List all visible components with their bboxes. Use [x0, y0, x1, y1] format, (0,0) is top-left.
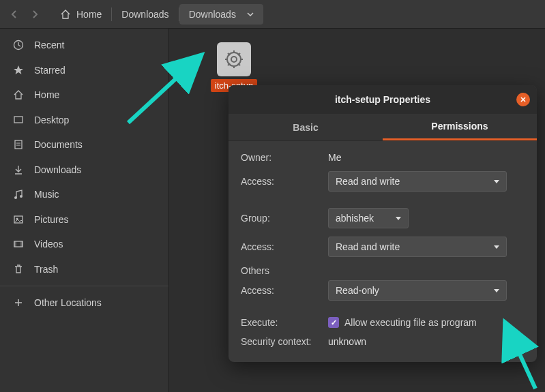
tab-permissions[interactable]: Permissions [383, 114, 537, 140]
security-context-label: Security context: [241, 336, 328, 347]
sidebar-item-pictures[interactable]: Pictures [0, 207, 168, 232]
sidebar-item-label: Desktop [34, 115, 69, 125]
sidebar-item-label: Documents [34, 139, 83, 150]
sidebar-item-trash[interactable]: Trash [0, 257, 168, 282]
tab-basic[interactable]: Basic [229, 114, 383, 140]
sidebar-divider [0, 286, 168, 286]
sidebar-item-music[interactable]: Music [0, 182, 168, 207]
gear-icon [223, 48, 245, 70]
close-button[interactable] [516, 93, 530, 106]
breadcrumb-menu-button[interactable] [241, 12, 254, 17]
nav-forward-button[interactable] [25, 5, 45, 24]
sidebar-item-videos[interactable]: Videos [0, 232, 168, 257]
chevron-down-icon [396, 217, 401, 220]
dialog-title-bar: itch-setup Properties [229, 85, 537, 114]
select-value: abhishek [336, 213, 374, 224]
sidebar-item-starred[interactable]: Starred [0, 58, 168, 83]
executable-icon [217, 42, 251, 76]
chevron-down-icon [494, 289, 499, 292]
group-access-label: Access: [241, 241, 328, 252]
group-label: Group: [241, 213, 328, 224]
execute-label: Execute: [241, 317, 328, 328]
svg-point-9 [231, 57, 237, 62]
owner-access-label: Access: [241, 176, 328, 187]
tab-label: Permissions [431, 121, 488, 132]
svg-rect-2 [15, 140, 22, 149]
clock-icon [12, 40, 25, 50]
home-icon [60, 9, 71, 20]
dialog-tabs: Basic Permissions [229, 114, 537, 141]
svg-point-4 [20, 195, 23, 198]
tab-label: Basic [293, 122, 318, 133]
sidebar-item-home[interactable]: Home [0, 82, 168, 108]
others-label: Others [241, 265, 525, 276]
sidebar: Recent Starred Home Desktop Documents Do… [0, 29, 169, 392]
select-value: Read-only [336, 285, 379, 296]
chevron-down-icon [247, 12, 254, 17]
downloads-icon [12, 164, 25, 175]
dialog-title: itch-setup Properties [335, 94, 430, 105]
select-value: Read and write [336, 241, 400, 252]
home-icon [12, 89, 25, 100]
breadcrumb-downloads-2[interactable]: Downloads [179, 4, 263, 25]
sidebar-item-documents[interactable]: Documents [0, 132, 168, 157]
svg-rect-1 [14, 117, 23, 123]
select-value: Read and write [336, 176, 400, 187]
sidebar-item-label: Music [34, 189, 59, 200]
chevron-right-icon [31, 10, 38, 18]
sidebar-item-desktop[interactable]: Desktop [0, 108, 168, 133]
plus-icon [12, 297, 25, 308]
trash-icon [12, 264, 25, 275]
group-select[interactable]: abhishek [328, 208, 409, 228]
dialog-body: Owner: Me Access: Read and write Group: … [229, 141, 537, 362]
close-icon [520, 97, 526, 102]
sidebar-item-label: Recent [34, 40, 64, 50]
sidebar-item-recent[interactable]: Recent [0, 33, 168, 58]
music-icon [12, 189, 25, 200]
sidebar-item-label: Trash [34, 264, 58, 275]
sidebar-item-label: Home [34, 89, 59, 100]
star-icon [12, 65, 25, 76]
desktop-icon [12, 115, 25, 125]
path-bar: Home Downloads Downloads [0, 0, 545, 29]
sidebar-item-downloads[interactable]: Downloads [0, 157, 168, 183]
nav-back-button[interactable] [4, 5, 25, 24]
chevron-down-icon [494, 180, 499, 183]
breadcrumb-downloads-1[interactable]: Downloads [112, 4, 178, 25]
execute-checkbox[interactable]: ✓ [328, 317, 339, 328]
sidebar-item-label: Other Locations [34, 297, 102, 308]
sidebar-item-label: Pictures [34, 214, 69, 225]
chevron-down-icon [494, 245, 499, 249]
breadcrumb-label: Home [76, 9, 102, 20]
sidebar-item-other-locations[interactable]: Other Locations [0, 290, 168, 316]
execute-checkbox-label: Allow executing file as program [344, 317, 477, 328]
owner-access-select[interactable]: Read and write [328, 171, 507, 192]
owner-value: Me [328, 152, 341, 163]
documents-icon [12, 139, 25, 150]
owner-label: Owner: [241, 152, 328, 163]
sidebar-item-label: Starred [34, 65, 65, 76]
chevron-left-icon [11, 10, 18, 18]
properties-dialog: itch-setup Properties Basic Permissions … [229, 85, 537, 362]
svg-point-3 [14, 196, 17, 199]
breadcrumb-label: Downloads [189, 9, 236, 20]
videos-icon [12, 239, 25, 250]
pictures-icon [12, 214, 25, 225]
sidebar-item-label: Downloads [34, 164, 81, 175]
group-access-select[interactable]: Read and write [328, 237, 507, 257]
breadcrumb-label: Downloads [121, 9, 168, 20]
sidebar-item-label: Videos [34, 239, 63, 250]
others-access-label: Access: [241, 285, 328, 296]
breadcrumb-home[interactable]: Home [50, 4, 111, 25]
others-access-select[interactable]: Read-only [328, 280, 507, 301]
security-context-value: unknown [328, 336, 366, 347]
